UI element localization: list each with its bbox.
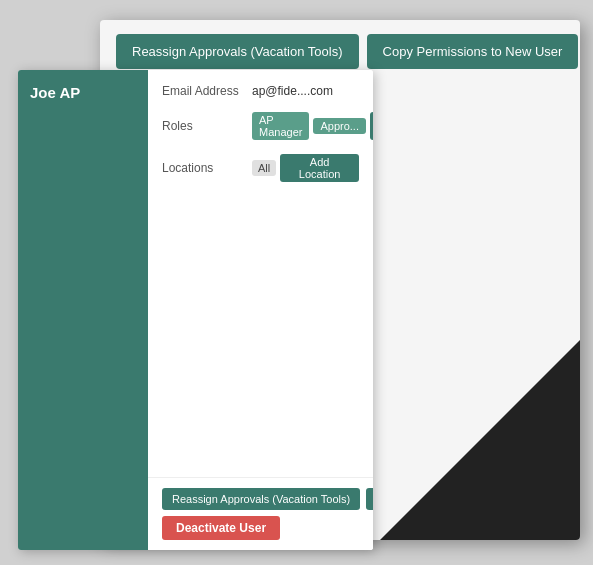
roles-row: Roles AP Manager Appro... Add Role xyxy=(162,112,359,140)
role-tag-1: AP Manager xyxy=(252,112,309,140)
card-footer: Reassign Approvals (Vacation Tools) Copy… xyxy=(148,477,373,550)
locations-label: Locations xyxy=(162,161,252,175)
add-role-button[interactable]: Add Role xyxy=(370,112,373,140)
deactivate-button[interactable]: Deactivate User xyxy=(162,516,280,540)
email-label: Email Address xyxy=(162,84,252,98)
roles-label: Roles xyxy=(162,119,252,133)
main-card: Joe AP Email Address ap@fide....com Role… xyxy=(18,70,373,550)
location-all-badge: All xyxy=(252,160,276,176)
locations-row: Locations All Add Location xyxy=(162,154,359,182)
dark-corner-decoration xyxy=(380,340,580,540)
sidebar-username: Joe AP xyxy=(30,84,80,101)
bg-copy-permissions-button[interactable]: Copy Permissions to New User xyxy=(367,34,579,69)
add-location-button[interactable]: Add Location xyxy=(280,154,359,182)
reassign-button[interactable]: Reassign Approvals (Vacation Tools) xyxy=(162,488,360,510)
bg-reassign-button[interactable]: Reassign Approvals (Vacation Tools) xyxy=(116,34,359,69)
email-row: Email Address ap@fide....com xyxy=(162,84,359,98)
sidebar: Joe AP xyxy=(18,70,148,550)
copy-permissions-button[interactable]: Copy Permissions to New User xyxy=(366,488,373,510)
card-footer-row1: Reassign Approvals (Vacation Tools) Copy… xyxy=(162,488,359,510)
role-tag-2: Appro... xyxy=(313,118,366,134)
email-value: ap@fide....com xyxy=(252,84,333,98)
